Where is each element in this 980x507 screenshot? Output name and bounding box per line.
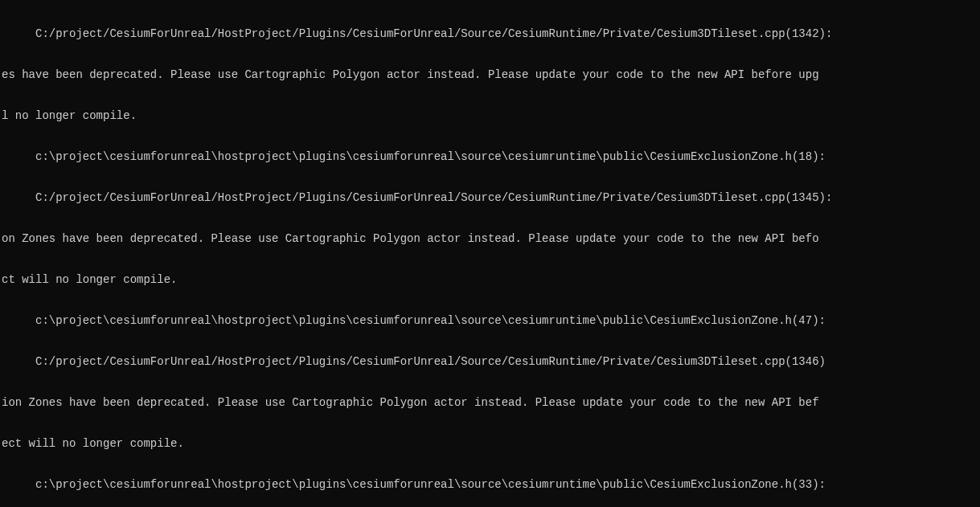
- output-line: c:\project\cesiumforunreal\hostproject\p…: [2, 314, 978, 328]
- output-line: c:\project\cesiumforunreal\hostproject\p…: [2, 478, 978, 492]
- terminal-output[interactable]: C:/project/CesiumForUnreal/HostProject/P…: [0, 0, 980, 507]
- output-line: ect will no longer compile.: [2, 437, 978, 451]
- output-line: ct will no longer compile.: [2, 273, 978, 287]
- output-line: ion Zones have been deprecated. Please u…: [2, 396, 978, 410]
- output-line: es have been deprecated. Please use Cart…: [2, 68, 978, 82]
- output-line: on Zones have been deprecated. Please us…: [2, 232, 978, 246]
- output-line: C:/project/CesiumForUnreal/HostProject/P…: [2, 191, 978, 205]
- output-line: l no longer compile.: [2, 109, 978, 123]
- output-line: C:/project/CesiumForUnreal/HostProject/P…: [2, 355, 978, 369]
- output-line: C:/project/CesiumForUnreal/HostProject/P…: [2, 27, 978, 41]
- output-line: c:\project\cesiumforunreal\hostproject\p…: [2, 150, 978, 164]
